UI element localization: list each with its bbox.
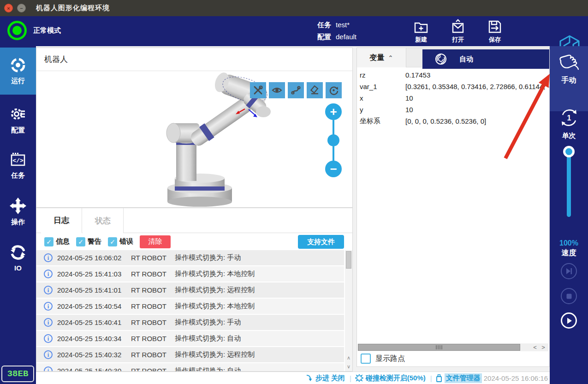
log-row[interactable]: i2024-05-25 15:40:41RT ROBOT操作模式切换为: 手动 — [36, 315, 344, 330]
status-timestamp: 2024-05-25 16:06:16 — [484, 374, 548, 382]
variable-value: 10 — [405, 94, 413, 102]
visibility-button[interactable] — [269, 82, 285, 98]
window-minimize-button[interactable]: − — [17, 4, 26, 12]
tab-status[interactable]: 状态 — [83, 208, 124, 233]
stop-button[interactable] — [561, 288, 577, 304]
scroll-down-arrow-icon[interactable]: ∨ — [345, 362, 352, 371]
window-close-button[interactable]: × — [4, 4, 13, 12]
log-source: RT ROBOT — [131, 367, 175, 371]
collision-status-label: 碰撞检测开启(50%) — [366, 374, 426, 383]
variable-name: rz — [360, 71, 405, 79]
sidebar-item-io[interactable]: IO — [0, 234, 36, 282]
info-icon: i — [44, 302, 53, 311]
zoom-slider-handle[interactable] — [327, 134, 339, 146]
config-label: 配置 — [317, 33, 331, 41]
svg-text:1: 1 — [567, 114, 571, 122]
log-message: 操作模式切换为: 自动 — [175, 334, 241, 343]
robot-panel-header: 机器人 — [36, 48, 352, 71]
log-row[interactable]: i2024-05-25 15:40:32RT ROBOT操作模式切换为: 远程控… — [36, 347, 344, 362]
variables-title: 变量 — [370, 53, 385, 63]
chevron-up-icon: ⌃ — [388, 54, 393, 61]
right-sidebar: 手动 1 单次 100% 速度 — [550, 46, 588, 384]
single-run-button[interactable]: 1 单次 — [550, 102, 588, 140]
support-files-button[interactable]: 支持文件 — [298, 235, 344, 249]
zoom-out-button[interactable]: − — [325, 161, 342, 177]
info-icon: i — [44, 270, 53, 278]
clear-log-button[interactable]: 清除 — [140, 235, 171, 248]
separator: | — [430, 374, 432, 382]
log-row[interactable]: i2024-05-25 16:06:02RT ROBOT操作模式切换为: 手动 — [36, 250, 344, 265]
sidebar-item-run[interactable]: 运行 — [0, 48, 36, 95]
skip-button[interactable] — [561, 263, 577, 279]
show-waypoints-label: 显示路点 — [375, 354, 405, 364]
config-value: default — [336, 33, 356, 41]
status-bar: 步进 关闭 | 碰撞检测开启(50%) | 文件管理器 2024-05-25 1… — [36, 372, 550, 384]
log-row[interactable]: i2024-05-25 15:40:34RT ROBOT操作模式切换为: 自动 — [36, 331, 344, 346]
scroll-left-arrow-icon[interactable]: < — [531, 343, 539, 351]
speed-slider-track[interactable] — [567, 151, 571, 217]
save-button[interactable]: 保存 — [480, 19, 510, 45]
log-time: 2024-05-25 15:40:30 — [57, 367, 131, 371]
show-waypoints-checkbox[interactable] — [361, 354, 371, 364]
log-message: 操作模式切换为: 远程控制 — [175, 350, 255, 359]
play-button[interactable] — [561, 312, 577, 329]
manual-mode-label: 手动 — [562, 76, 576, 85]
sidebar-item-label: IO — [14, 264, 22, 272]
log-time: 2024-05-25 15:40:54 — [57, 302, 131, 310]
info-icon: i — [44, 253, 53, 262]
log-row[interactable]: i2024-05-25 15:41:03RT ROBOT操作模式切换为: 本地控… — [36, 266, 344, 282]
scrollbar-handle[interactable] — [346, 251, 351, 269]
variable-row[interactable]: x10 — [357, 92, 549, 104]
sidebar-item-operate[interactable]: 操作 — [0, 188, 36, 235]
sidebar-item-config[interactable]: 配置 — [0, 97, 36, 144]
sidebar-item-task[interactable]: </> 任务 — [0, 142, 36, 189]
path-button[interactable] — [288, 82, 304, 98]
variable-row[interactable]: rz0.17453 — [357, 69, 549, 81]
variables-collapse-tab[interactable]: 变量 ⌃ — [357, 48, 406, 67]
log-row[interactable]: i2024-05-25 15:40:30RT ROBOT操作模式切换为: 自动 — [36, 363, 344, 371]
status-lamp-icon — [7, 21, 27, 40]
auto-swirl-icon — [434, 53, 447, 66]
sidebar-item-label: 操作 — [11, 218, 25, 227]
svg-text:</>: </> — [12, 157, 24, 164]
info-filter-checkbox[interactable]: ✓ — [44, 237, 53, 246]
log-panel: 日志 状态 ✓ 信息 ✓ 警告 ✓ 错误 清除 支持文件 i2024-05-25… — [36, 208, 353, 372]
mode-dropdown-item-auto[interactable]: 自动 — [422, 49, 550, 69]
zoom-in-button[interactable]: + — [325, 103, 342, 120]
scrollbar-handle[interactable] — [358, 344, 520, 351]
scroll-up-arrow-icon[interactable]: ∧ — [345, 354, 352, 362]
tools-button[interactable] — [250, 82, 266, 98]
move-arrows-icon — [9, 197, 27, 215]
scroll-right-arrow-icon[interactable]: > — [539, 343, 547, 351]
open-button[interactable]: 打开 — [443, 19, 473, 45]
log-message: 操作模式切换为: 本地控制 — [175, 270, 255, 278]
log-vertical-scrollbar[interactable]: ∧ ∨ — [345, 250, 352, 371]
reset-view-button[interactable] — [326, 82, 342, 98]
variable-row[interactable]: 坐标系[0, 0, 0, 0.5236, 0.5236, 0] — [357, 115, 549, 127]
log-row[interactable]: i2024-05-25 15:41:01RT ROBOT操作模式切换为: 远程控… — [36, 282, 344, 298]
log-source: RT ROBOT — [131, 270, 175, 278]
variable-row[interactable]: y10 — [357, 104, 549, 115]
error-filter-checkbox[interactable]: ✓ — [108, 237, 117, 246]
left-sidebar: 运行 配置 </> 任务 操作 — [0, 46, 36, 384]
open-button-label: 打开 — [452, 36, 464, 44]
warning-filter-checkbox[interactable]: ✓ — [76, 237, 85, 246]
file-manager-button[interactable]: 文件管理器 — [436, 373, 482, 383]
tab-log[interactable]: 日志 — [41, 208, 82, 233]
log-source: RT ROBOT — [131, 254, 175, 262]
variable-row[interactable]: var_1[0.3261, 0.35348, 0.73416, 2.72866,… — [357, 81, 549, 92]
window-title: 机器人图形化编程环境 — [36, 4, 110, 12]
log-row[interactable]: i2024-05-25 15:40:54RT ROBOT操作模式切换为: 本地控… — [36, 299, 344, 314]
info-icon: i — [44, 334, 53, 343]
collision-status[interactable]: 碰撞检测开启(50%) — [355, 374, 426, 383]
single-cycle-icon: 1 — [558, 107, 580, 128]
variables-horizontal-scrollbar[interactable]: < > — [358, 343, 548, 351]
new-button[interactable]: 新建 — [406, 19, 436, 45]
log-message: 操作模式切换为: 手动 — [175, 253, 241, 262]
erase-button[interactable] — [307, 82, 323, 98]
show-waypoints-row: 显示路点 — [361, 354, 405, 364]
speed-slider-handle[interactable] — [563, 146, 575, 157]
log-time: 2024-05-25 15:40:32 — [57, 351, 131, 359]
variable-name: var_1 — [360, 83, 405, 90]
step-status[interactable]: 步进 关闭 — [306, 374, 345, 383]
